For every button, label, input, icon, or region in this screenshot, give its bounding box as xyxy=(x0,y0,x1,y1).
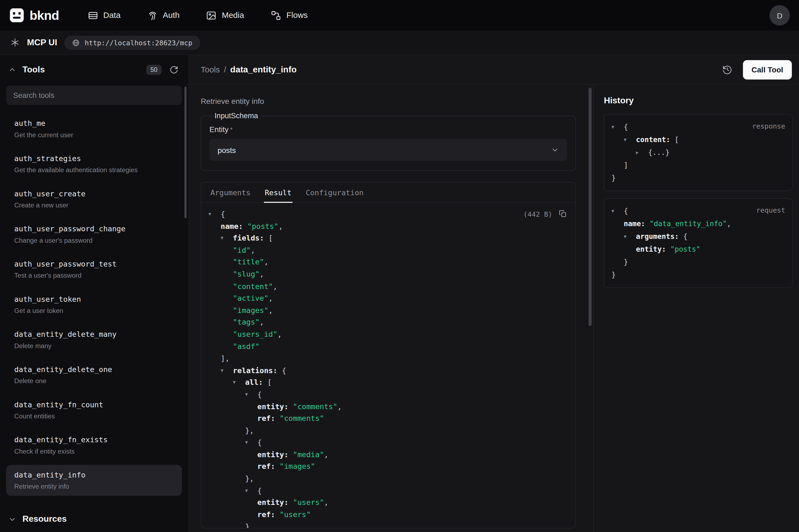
json-string: "images" xyxy=(233,306,268,314)
tool-list-item[interactable]: auth_user_token Get a user token xyxy=(6,289,182,320)
tool-description: Test a user's password xyxy=(14,271,174,280)
collapse-toggle-icon[interactable]: ▼ xyxy=(233,377,245,388)
json-key: entity: xyxy=(258,450,289,458)
sidebar-scrollbar[interactable] xyxy=(185,87,187,218)
tool-list-item[interactable]: auth_strategies Get the available authen… xyxy=(6,148,182,179)
json-line: } xyxy=(612,268,785,281)
collapse-toggle-icon[interactable]: ▼ xyxy=(245,485,258,497)
json-key: name: xyxy=(624,220,645,228)
json-line: "users_id", xyxy=(208,329,568,341)
tool-name: auth_me xyxy=(14,118,174,129)
json-punct: [ xyxy=(263,378,272,386)
tab-result[interactable]: Result xyxy=(264,183,292,202)
tool-list-item[interactable]: auth_user_password_test Test a user's pa… xyxy=(6,254,182,285)
json-punct: , xyxy=(337,402,342,411)
history-icon[interactable] xyxy=(719,61,736,78)
history-entry-request[interactable]: request ▼{name: "data_entity_info",▼argu… xyxy=(604,198,793,288)
json-punct: }, xyxy=(245,426,254,434)
collapse-toggle-icon[interactable]: ▼ xyxy=(624,133,636,146)
tool-list-item[interactable]: data_entity_fn_exists Check if entity ex… xyxy=(6,430,182,461)
nav-item-auth[interactable]: Auth xyxy=(147,10,179,21)
refresh-tools-button[interactable] xyxy=(168,64,180,76)
search-tools-input[interactable] xyxy=(6,86,182,105)
history-entry-response[interactable]: response ▼{▼content: [▶{...}]} xyxy=(604,114,793,191)
user-avatar[interactable]: D xyxy=(769,5,790,25)
json-key: content: xyxy=(636,136,670,144)
json-punct: { xyxy=(221,210,225,218)
json-punct: } xyxy=(245,522,249,529)
nav-item-data[interactable]: Data xyxy=(88,10,121,21)
result-tabs: Arguments Result Configuration xyxy=(201,183,575,203)
history-title: History xyxy=(604,96,793,106)
tools-search xyxy=(0,84,188,110)
collapse-toggle-icon[interactable]: ▼ xyxy=(208,209,221,221)
tool-list-item[interactable]: data_entity_delete_one Delete one xyxy=(6,359,182,391)
json-punct: , xyxy=(324,450,328,458)
tool-name: data_entity_fn_exists xyxy=(14,435,174,445)
json-punct: , xyxy=(273,282,277,290)
json-punct: , xyxy=(278,330,282,338)
collapse-toggle-icon[interactable]: ▼ xyxy=(221,232,233,244)
collapse-toggle-icon[interactable]: ▼ xyxy=(221,365,233,377)
tab-configuration[interactable]: Configuration xyxy=(305,183,364,202)
collapse-toggle-icon[interactable]: ▼ xyxy=(624,230,636,243)
json-punct: , xyxy=(324,498,328,507)
json-key: entity: xyxy=(258,498,289,507)
json-line: ref: "comments" xyxy=(208,413,568,425)
json-string: "content" xyxy=(233,282,273,290)
tool-list-item[interactable]: auth_user_password_change Change a user'… xyxy=(6,218,182,250)
json-line: ], xyxy=(208,353,568,365)
json-line: ref: "images" xyxy=(208,461,568,473)
tool-description: Get a user token xyxy=(14,306,174,315)
brand[interactable]: bknd xyxy=(9,7,59,23)
json-line: entity: "posts" xyxy=(612,243,785,256)
collapse-toggle-icon[interactable]: ▼ xyxy=(245,437,258,449)
json-line: } xyxy=(612,172,785,184)
json-string: "comments" xyxy=(275,414,324,422)
call-tool-button[interactable]: Call Tool xyxy=(743,60,792,79)
json-line: }, xyxy=(208,473,568,485)
tool-description: Count entities xyxy=(14,412,174,420)
tool-list: auth_me Get the current user auth_strate… xyxy=(0,110,188,507)
tool-list-item[interactable]: data_entity_info Retrieve entity info xyxy=(6,465,182,496)
tab-arguments[interactable]: Arguments xyxy=(209,183,251,202)
response-json-tree: ▼{▼content: [▶{...}]} xyxy=(612,121,785,184)
collapse-toggle-icon[interactable]: ▼ xyxy=(245,389,258,401)
json-punct: ], xyxy=(221,354,230,362)
breadcrumb-section[interactable]: Tools xyxy=(201,65,220,74)
chevron-up-icon[interactable] xyxy=(8,65,16,74)
collapse-toggle-icon[interactable]: ▼ xyxy=(612,205,624,217)
json-punct: { xyxy=(679,232,687,241)
json-line: "images", xyxy=(208,304,568,317)
json-punct: { xyxy=(258,438,262,446)
tool-list-item[interactable]: auth_me Get the current user xyxy=(6,113,182,144)
copy-icon[interactable] xyxy=(558,209,567,218)
json-punct: } xyxy=(624,258,628,266)
resources-section-header[interactable]: Resources xyxy=(0,507,188,532)
nav-item-media[interactable]: Media xyxy=(206,10,244,21)
json-key: arguments: xyxy=(636,232,679,241)
tool-detail: Retrieve entity info InputSchema Entity*… xyxy=(189,84,588,532)
json-line: ▼{ xyxy=(208,485,568,497)
json-string: "active" xyxy=(233,294,268,302)
tool-name: data_entity_delete_many xyxy=(14,329,174,340)
tool-description: Check if entity exists xyxy=(14,447,174,456)
main-scrollbar-thumb[interactable] xyxy=(589,88,591,326)
json-string: "tags" xyxy=(233,318,260,326)
json-line: entity: "media", xyxy=(208,449,568,461)
tool-list-item[interactable]: auth_user_create Create a new user xyxy=(6,184,182,215)
json-line: entity: "users", xyxy=(208,497,568,509)
json-string: "id" xyxy=(233,246,251,254)
tool-list-item[interactable]: data_entity_delete_many Delete many xyxy=(6,324,182,355)
history-entry-type: request xyxy=(756,206,785,214)
json-line: "content", xyxy=(208,281,568,292)
json-line: ▼content: [ xyxy=(612,133,785,146)
nav-item-flows[interactable]: Flows xyxy=(271,10,308,21)
entity-select[interactable]: posts xyxy=(209,138,567,161)
collapse-toggle-icon[interactable]: ▼ xyxy=(612,121,624,133)
mcp-endpoint-pill[interactable]: http://localhost:28623/mcp xyxy=(64,36,200,50)
brand-name: bknd xyxy=(30,8,59,22)
tool-list-item[interactable]: data_entity_fn_count Count entities xyxy=(6,395,182,426)
expand-toggle-icon[interactable]: ▶ xyxy=(636,146,648,159)
tool-name: auth_strategies xyxy=(14,153,174,164)
